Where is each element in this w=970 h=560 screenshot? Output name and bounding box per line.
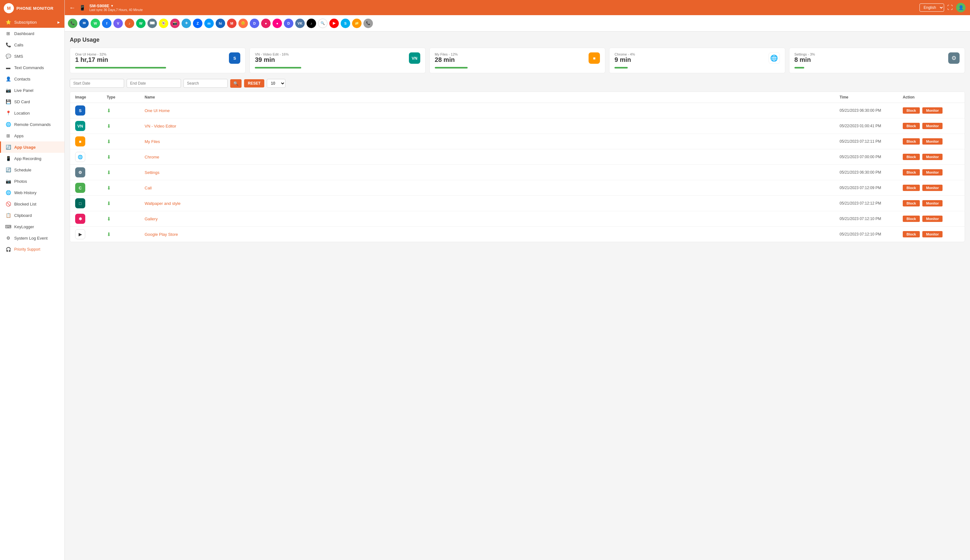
app-icon-keyboard[interactable]: ⌨	[147, 18, 157, 28]
monitor-button-3[interactable]: Monitor	[922, 154, 943, 160]
sidebar-item-sms[interactable]: 💬SMS	[0, 50, 64, 62]
app-icon-zalo[interactable]: Z	[193, 18, 202, 28]
app-name-link-7[interactable]: Gallery	[145, 217, 158, 221]
sidebar-label-web-history: Web History	[14, 190, 37, 195]
app-icon-viber[interactable]: V	[113, 18, 123, 28]
sidebar-item-blocked-list[interactable]: 🚫Blocked List	[0, 198, 64, 210]
sidebar-item-photos[interactable]: 📷Photos	[0, 175, 64, 187]
row-image-7: ✱	[75, 214, 107, 224]
card-bar-4	[795, 67, 804, 68]
block-button-1[interactable]: Block	[903, 123, 920, 129]
app-icon-facebook[interactable]: f	[102, 18, 112, 28]
language-select[interactable]: English	[920, 3, 944, 12]
sidebar-item-web-history[interactable]: 🌐Web History	[0, 187, 64, 198]
block-button-3[interactable]: Block	[903, 154, 920, 160]
sidebar-item-live-panel[interactable]: 📷Live Panel	[0, 85, 64, 96]
app-icon-snapchat[interactable]: 👻	[159, 18, 168, 28]
row-name-1[interactable]: VN - Video Editor	[145, 124, 840, 128]
sidebar-item-calls[interactable]: 📞Calls	[0, 39, 64, 50]
app-icon-messenger[interactable]: m	[204, 18, 214, 28]
card-top-2: My Files - 12% 28 min ■	[435, 52, 600, 64]
app-name-link-8[interactable]: Google Play Store	[145, 232, 178, 237]
app-icon-phone[interactable]: 📞	[68, 18, 77, 28]
block-button-6[interactable]: Block	[903, 200, 920, 207]
sidebar-item-app-usage[interactable]: 🔄App Usage	[0, 142, 64, 153]
sidebar-item-keylogger[interactable]: ⌨KeyLogger	[0, 221, 64, 232]
monitor-button-6[interactable]: Monitor	[922, 200, 943, 207]
app-icon-email[interactable]: ✉	[79, 18, 89, 28]
app-icon-faceapp[interactable]: 😊	[238, 18, 248, 28]
monitor-button-7[interactable]: Monitor	[922, 216, 943, 222]
app-name-link-4[interactable]: Settings	[145, 170, 160, 175]
end-date-input[interactable]	[127, 79, 181, 88]
sidebar-item-dashboard[interactable]: ⊞Dashboard	[0, 28, 64, 39]
monitor-button-8[interactable]: Monitor	[922, 231, 943, 237]
app-icon-tiktok[interactable]: ♪	[307, 18, 316, 28]
app-icon-hi[interactable]: hi	[216, 18, 225, 28]
sidebar-item-clipboard[interactable]: 📋Clipboard	[0, 210, 64, 221]
app-icon-flickr[interactable]: ●	[272, 18, 282, 28]
sidebar-item-apps[interactable]: ⊞Apps	[0, 130, 64, 142]
block-button-5[interactable]: Block	[903, 185, 920, 191]
search-input[interactable]	[183, 79, 228, 88]
sidebar-item-app-recording[interactable]: 📱App Recording	[0, 153, 64, 164]
sidebar-item-sd-card[interactable]: 💾SD Card	[0, 96, 64, 107]
monitor-button-1[interactable]: Monitor	[922, 123, 943, 129]
fullscreen-button[interactable]: ⛶	[947, 4, 953, 11]
user-avatar[interactable]: 👤	[956, 3, 966, 12]
app-name-link-3[interactable]: Chrome	[145, 155, 159, 159]
sidebar-item-text-commands[interactable]: ▬Text Commands	[0, 62, 64, 73]
app-icon-skype[interactable]: S	[341, 18, 350, 28]
sidebar-item-contacts[interactable]: 👤Contacts	[0, 73, 64, 85]
app-icon-instagram[interactable]: 📸	[170, 18, 180, 28]
app-icon-youtube[interactable]: ▶	[329, 18, 339, 28]
block-button-4[interactable]: Block	[903, 169, 920, 175]
sidebar-item-location[interactable]: 📍Location	[0, 107, 64, 119]
table-row: 🌐 ⬇ Chrome 05/21/2023 07:00:00 PM Block …	[70, 149, 965, 165]
app-icon-music[interactable]: ♪	[125, 18, 134, 28]
app-icon-vk[interactable]: VK	[295, 18, 305, 28]
app-name-link-0[interactable]: One UI Home	[145, 108, 170, 113]
app-icon-discord[interactable]: D	[284, 18, 293, 28]
monitor-button-4[interactable]: Monitor	[922, 169, 943, 175]
dropdown-arrow[interactable]: ▼	[110, 4, 114, 8]
app-name-link-6[interactable]: Wallpaper and style	[145, 201, 181, 206]
row-name-8[interactable]: Google Play Store	[145, 232, 840, 237]
row-name-7[interactable]: Gallery	[145, 217, 840, 221]
back-button[interactable]: ←	[69, 4, 75, 12]
row-name-6[interactable]: Wallpaper and style	[145, 201, 840, 206]
app-icon-discord2[interactable]: D	[250, 18, 259, 28]
row-name-2[interactable]: My Files	[145, 139, 840, 144]
app-icon-whatsapp[interactable]: W	[91, 18, 100, 28]
block-button-8[interactable]: Block	[903, 231, 920, 237]
sidebar-item-priority-support[interactable]: 🎧Priority Support	[0, 244, 64, 255]
sidebar-item-system-log[interactable]: ⚙System Log Event	[0, 232, 64, 244]
app-name-link-5[interactable]: Call	[145, 186, 152, 190]
block-button-0[interactable]: Block	[903, 107, 920, 113]
row-name-5[interactable]: Call	[145, 186, 840, 190]
app-icon-unknown2[interactable]: 📞	[363, 18, 373, 28]
search-button[interactable]: 🔍	[230, 79, 242, 88]
row-name-0[interactable]: One UI Home	[145, 108, 840, 113]
app-name-link-1[interactable]: VN - Video Editor	[145, 124, 176, 128]
per-page-select[interactable]: 102550100	[267, 79, 285, 88]
monitor-button-2[interactable]: Monitor	[922, 138, 943, 145]
sidebar-item-subscription[interactable]: ⭐Subscription▶	[0, 17, 64, 28]
app-icon-telegram[interactable]: ✈	[182, 18, 191, 28]
app-icon-unknown1[interactable]: ●	[261, 18, 271, 28]
monitor-button-5[interactable]: Monitor	[922, 185, 943, 191]
app-icon-wechat[interactable]: W	[136, 18, 145, 28]
app-name-link-2[interactable]: My Files	[145, 139, 160, 144]
row-name-4[interactable]: Settings	[145, 170, 840, 175]
block-button-2[interactable]: Block	[903, 138, 920, 145]
app-icon-files[interactable]: 📁	[352, 18, 362, 28]
reset-button[interactable]: RESET	[244, 79, 264, 87]
app-icon-gmail[interactable]: M	[227, 18, 237, 28]
start-date-input[interactable]	[70, 79, 124, 88]
sidebar-item-schedule[interactable]: 🔄Schedule	[0, 164, 64, 175]
row-name-3[interactable]: Chrome	[145, 155, 840, 159]
monitor-button-0[interactable]: Monitor	[922, 107, 943, 113]
sidebar-item-remote-commands[interactable]: 🌐Remote Commands	[0, 119, 64, 130]
app-icon-search[interactable]: 🔍	[318, 18, 327, 28]
block-button-7[interactable]: Block	[903, 216, 920, 222]
